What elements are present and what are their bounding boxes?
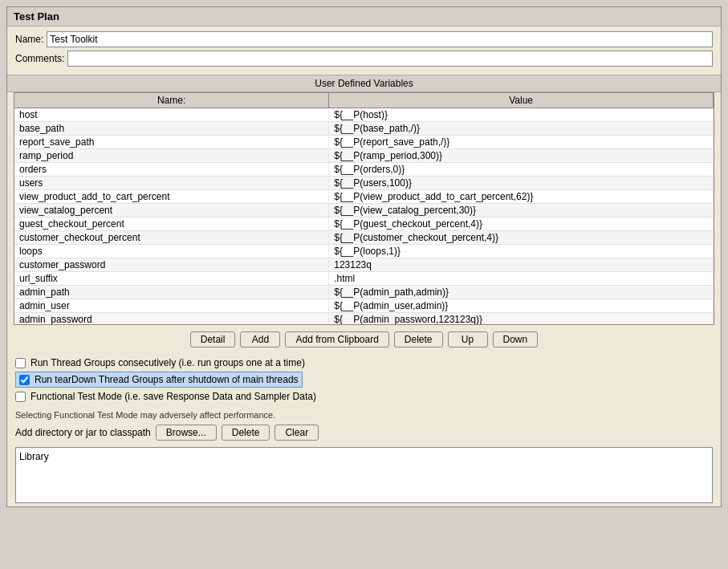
table-row[interactable]: users${__P(users,100)} <box>14 177 714 190</box>
window-title: Test Plan <box>14 10 59 22</box>
run-teardown-label: Run tearDown Thread Groups after shutdow… <box>35 374 299 385</box>
table-row[interactable]: view_catalog_percent${__P(view_catalog_p… <box>14 204 714 217</box>
table-row[interactable]: orders${__P(orders,0)} <box>14 163 714 177</box>
variables-table-container: Name: Value host${__P(host)}base_path${_… <box>14 92 714 325</box>
delete-button[interactable]: Delete <box>394 331 443 347</box>
table-cell-name: customer_checkout_percent <box>14 231 329 245</box>
variables-table: Name: Value host${__P(host)}base_path${_… <box>14 93 714 325</box>
table-row[interactable]: customer_password123123q <box>14 258 714 272</box>
options-area: Run Thread Groups consecutively (i.e. ru… <box>7 354 721 408</box>
table-cell-name: loops <box>14 245 329 258</box>
add-button[interactable]: Add <box>240 331 280 347</box>
table-cell-name: orders <box>14 163 329 177</box>
table-cell-name: report_save_path <box>14 136 329 149</box>
table-row[interactable]: base_path${__P(base_path,/)} <box>14 122 714 136</box>
run-teardown-highlight: Run tearDown Thread Groups after shutdow… <box>15 372 303 388</box>
table-cell-name: customer_password <box>14 258 329 272</box>
col-name-header: Name: <box>14 93 329 108</box>
name-input[interactable] <box>47 31 713 47</box>
table-cell-name: admin_user <box>14 299 329 313</box>
add-from-clipboard-button[interactable]: Add from Clipboard <box>285 331 388 347</box>
comments-input[interactable] <box>67 51 713 67</box>
table-cell-value: ${__P(view_product_add_to_cart_percent,6… <box>329 190 714 204</box>
table-cell-name: guest_checkout_percent <box>14 217 329 231</box>
detail-button[interactable]: Detail <box>190 331 236 347</box>
library-box: Library <box>15 447 713 503</box>
main-window: Test Plan Name: Comments: User Defined V… <box>6 6 722 507</box>
col-value-header: Value <box>329 93 714 108</box>
functional-test-mode-row: Functional Test Mode (i.e. save Response… <box>15 391 713 402</box>
table-row[interactable]: guest_checkout_percent${__P(guest_checko… <box>14 217 714 231</box>
table-cell-value: ${__P(orders,0)} <box>329 163 714 177</box>
down-button[interactable]: Down <box>493 331 539 347</box>
section-title: User Defined Variables <box>7 75 721 92</box>
functional-test-mode-label: Functional Test Mode (i.e. save Response… <box>31 391 316 402</box>
clear-button[interactable]: Clear <box>275 425 319 441</box>
run-thread-groups-checkbox[interactable] <box>15 358 26 368</box>
table-buttons-row: Detail Add Add from Clipboard Delete Up … <box>7 325 721 354</box>
table-cell-value: ${__P(admin_user,admin)} <box>329 299 714 313</box>
table-cell-value: ${__P(report_save_path,/)} <box>329 136 714 149</box>
table-cell-value: ${__P(guest_checkout_percent,4)} <box>329 217 714 231</box>
name-row: Name: <box>15 31 713 47</box>
table-row[interactable]: host${__P(host)} <box>14 108 714 122</box>
performance-note: Selecting Functional Test Mode may adver… <box>7 408 721 421</box>
functional-test-mode-checkbox[interactable] <box>15 392 26 402</box>
table-row[interactable]: admin_password${__P(admin_password,12312… <box>14 313 714 326</box>
table-cell-name: view_catalog_percent <box>14 204 329 217</box>
table-row[interactable]: report_save_path${__P(report_save_path,/… <box>14 136 714 149</box>
table-row[interactable]: ramp_period${__P(ramp_period,300)} <box>14 149 714 163</box>
table-cell-value: ${__P(admin_password,123123q)} <box>329 313 714 326</box>
table-row[interactable]: url_suffix.html <box>14 272 714 286</box>
table-cell-name: view_product_add_to_cart_percent <box>14 190 329 204</box>
comments-label: Comments: <box>15 53 64 64</box>
table-cell-value: ${__P(users,100)} <box>329 177 714 190</box>
table-cell-value: ${__P(view_catalog_percent,30)} <box>329 204 714 217</box>
table-cell-value: .html <box>329 272 714 286</box>
classpath-row: Add directory or jar to classpath Browse… <box>7 421 721 444</box>
table-cell-name: admin_path <box>14 286 329 299</box>
table-cell-name: url_suffix <box>14 272 329 286</box>
table-cell-value: ${__P(loops,1)} <box>329 245 714 258</box>
run-teardown-checkbox[interactable] <box>19 375 30 385</box>
table-row[interactable]: customer_checkout_percent${__P(customer_… <box>14 231 714 245</box>
title-bar: Test Plan <box>7 7 721 26</box>
table-cell-name: host <box>14 108 329 122</box>
browse-button[interactable]: Browse... <box>156 425 217 441</box>
table-cell-value: ${__P(host)} <box>329 108 714 122</box>
table-cell-name: base_path <box>14 122 329 136</box>
table-cell-value: ${__P(base_path,/)} <box>329 122 714 136</box>
run-teardown-row: Run tearDown Thread Groups after shutdow… <box>15 372 713 388</box>
run-thread-groups-label: Run Thread Groups consecutively (i.e. ru… <box>31 357 305 368</box>
table-cell-name: ramp_period <box>14 149 329 163</box>
table-cell-value: 123123q <box>329 258 714 272</box>
table-row[interactable]: admin_user${__P(admin_user,admin)} <box>14 299 714 313</box>
table-cell-value: ${__P(customer_checkout_percent,4)} <box>329 231 714 245</box>
table-row[interactable]: admin_path${__P(admin_path,admin)} <box>14 286 714 299</box>
classpath-label: Add directory or jar to classpath <box>15 427 151 438</box>
library-label: Library <box>19 451 49 462</box>
delete2-button[interactable]: Delete <box>222 425 270 441</box>
up-button[interactable]: Up <box>448 331 488 347</box>
comments-row: Comments: <box>15 51 713 67</box>
name-label: Name: <box>15 34 43 45</box>
table-row[interactable]: view_product_add_to_cart_percent${__P(vi… <box>14 190 714 204</box>
form-area: Name: Comments: <box>7 26 721 75</box>
table-row[interactable]: loops${__P(loops,1)} <box>14 245 714 258</box>
table-cell-name: admin_password <box>14 313 329 326</box>
table-cell-name: users <box>14 177 329 190</box>
table-cell-value: ${__P(admin_path,admin)} <box>329 286 714 299</box>
table-cell-value: ${__P(ramp_period,300)} <box>329 149 714 163</box>
run-thread-groups-row: Run Thread Groups consecutively (i.e. ru… <box>15 357 713 368</box>
